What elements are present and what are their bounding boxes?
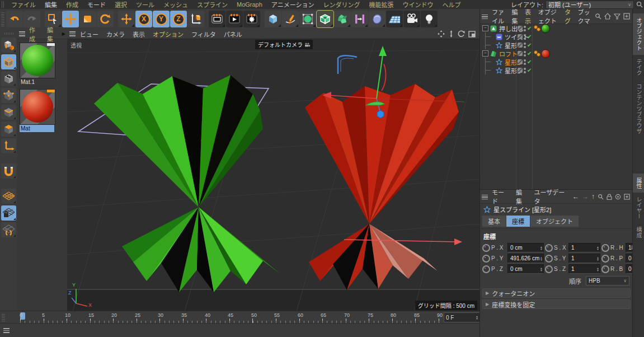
- visibility-dots[interactable]: [524, 34, 526, 40]
- visibility-dots[interactable]: [524, 26, 526, 31]
- vp-menu-view[interactable]: ビュー: [77, 30, 102, 39]
- enable-check-icon[interactable]: ✔: [527, 42, 532, 48]
- enable-check-icon[interactable]: ✔: [527, 25, 532, 31]
- sy-field[interactable]: 1▲▼: [568, 254, 600, 263]
- new-panel-icon[interactable]: [624, 194, 630, 200]
- layer-toggle[interactable]: [518, 34, 523, 39]
- vp-menu-panel[interactable]: パネル: [220, 30, 246, 39]
- keyframe-dot[interactable]: [482, 265, 490, 273]
- menu-tools[interactable]: ツール: [131, 0, 159, 10]
- tree-row-loft[interactable]: − ロフト ✔: [480, 49, 633, 58]
- tab-content-browser[interactable]: コンテンツブラウザ: [633, 79, 644, 138]
- keyframe-dot[interactable]: [545, 255, 553, 263]
- x-axis-lock-button[interactable]: X: [135, 11, 152, 27]
- tree-row-extrude[interactable]: − 押し出し ✔: [480, 24, 633, 32]
- timeline-grip[interactable]: [2, 313, 5, 321]
- move-tool[interactable]: [62, 11, 79, 27]
- search-icon[interactable]: [595, 13, 601, 20]
- om-menu-view[interactable]: 表示: [522, 7, 534, 25]
- attr-menu-edit[interactable]: 編集: [513, 188, 530, 205]
- z-axis-handle[interactable]: [377, 110, 384, 118]
- menu-select[interactable]: 選択: [110, 0, 131, 10]
- vp-menu-camera[interactable]: カメラ: [103, 30, 128, 39]
- generators-button[interactable]: [317, 11, 333, 27]
- menu-mode[interactable]: モード: [83, 0, 110, 10]
- pz-field[interactable]: 0 cm▲▼: [507, 264, 544, 274]
- menubar-grip[interactable]: [2, 1, 5, 8]
- floor-button[interactable]: [386, 11, 403, 27]
- layer-toggle[interactable]: [518, 68, 523, 73]
- material-menu-edit[interactable]: 編集: [44, 25, 61, 43]
- viewport-canvas[interactable]: 透視 デフォルトカメラ グリッド間隔 : 500 cm Y Z X: [67, 39, 480, 311]
- keyframe-dot[interactable]: [601, 255, 609, 263]
- menu-edit[interactable]: 編集: [40, 0, 62, 10]
- tab-basic[interactable]: 基本: [482, 216, 506, 227]
- texture-mode-button[interactable]: [1, 71, 16, 86]
- keyframe-dot[interactable]: [545, 244, 553, 252]
- enable-check-icon[interactable]: ✔: [527, 34, 532, 40]
- tab-object[interactable]: オブジェクト: [530, 216, 579, 227]
- toolbar-grip[interactable]: [1, 12, 4, 26]
- render-settings-button[interactable]: [243, 11, 260, 27]
- keyframe-dot[interactable]: [601, 244, 609, 252]
- layer-toggle[interactable]: [518, 59, 523, 64]
- workplane-lock-button[interactable]: [1, 205, 16, 221]
- tree-row-twist[interactable]: ツイスト ✔: [480, 32, 633, 41]
- polygon-mode-button[interactable]: [1, 121, 16, 137]
- scale-tool[interactable]: [79, 11, 96, 27]
- menu-extensions[interactable]: 機能拡張: [364, 0, 398, 10]
- fields-button[interactable]: [351, 11, 368, 27]
- menu-file[interactable]: ファイル: [7, 0, 40, 10]
- add-panel-icon[interactable]: [623, 13, 630, 20]
- camera-name-chip[interactable]: デフォルトカメラ: [255, 40, 313, 49]
- parent-up-icon[interactable]: ↑: [591, 193, 595, 200]
- attr-menu-userdata[interactable]: ユーザデータ: [531, 188, 571, 205]
- panel-menu-icon[interactable]: [19, 31, 25, 36]
- search-icon[interactable]: [636, 1, 643, 8]
- material-menu-create[interactable]: 作成: [26, 25, 43, 43]
- panel-menu-icon[interactable]: [482, 14, 488, 19]
- material-tag-red[interactable]: [541, 49, 550, 58]
- keyframe-dot[interactable]: [482, 255, 490, 263]
- tab-attributes[interactable]: 属性: [633, 174, 644, 193]
- menu-create[interactable]: 作成: [62, 0, 83, 10]
- collapse-toggle[interactable]: −: [482, 25, 488, 31]
- y-axis-lock-button[interactable]: Y: [153, 11, 170, 27]
- render-view-button[interactable]: [209, 11, 225, 27]
- make-editable-button[interactable]: [1, 38, 16, 53]
- snap-button[interactable]: [1, 163, 16, 179]
- material-item[interactable]: Mat.1: [20, 43, 55, 86]
- tree-row-star[interactable]: 星形 ✔: [480, 41, 633, 49]
- keyframe-dot[interactable]: [545, 265, 553, 273]
- sz-field[interactable]: 1▲▼: [568, 264, 600, 274]
- filter-icon[interactable]: [614, 13, 621, 20]
- dock-grip[interactable]: [4, 32, 13, 35]
- volumes-button[interactable]: [369, 11, 386, 27]
- keyframe-dot[interactable]: [601, 265, 609, 273]
- primitive-cube-button[interactable]: [265, 11, 281, 27]
- undo-button[interactable]: [6, 11, 23, 27]
- axis-mode-button[interactable]: [1, 138, 16, 153]
- tab-coordinates[interactable]: 座標: [506, 216, 530, 227]
- visibility-dots[interactable]: [524, 68, 526, 73]
- enable-check-icon[interactable]: ✔: [527, 59, 532, 65]
- menu-mograph[interactable]: MoGraph: [232, 1, 267, 8]
- lock-icon[interactable]: [607, 194, 612, 200]
- toggle-panel-layout-icon[interactable]: [468, 31, 476, 38]
- tab-objects[interactable]: オブジェクト: [633, 13, 644, 55]
- layer-toggle[interactable]: [518, 43, 523, 48]
- menu-spline[interactable]: スプライン: [192, 0, 232, 10]
- px-field[interactable]: 0 cm▲▼: [507, 243, 544, 252]
- workplane-auto-button[interactable]: [1, 222, 16, 237]
- coordinate-system-button[interactable]: [187, 11, 204, 27]
- tab-takes[interactable]: テイク: [633, 55, 644, 79]
- tab-layers[interactable]: レイヤー: [633, 193, 644, 223]
- menu-animation[interactable]: アニメーション: [267, 0, 319, 10]
- rotate-view-icon[interactable]: [458, 30, 465, 38]
- enable-check-icon[interactable]: ✔: [527, 67, 532, 73]
- workplane-button[interactable]: [1, 189, 16, 204]
- menu-render[interactable]: レンダリング: [318, 0, 364, 10]
- light-button[interactable]: [421, 11, 438, 27]
- panel-menu-icon[interactable]: [69, 31, 76, 36]
- material-item[interactable]: Mat: [20, 89, 55, 132]
